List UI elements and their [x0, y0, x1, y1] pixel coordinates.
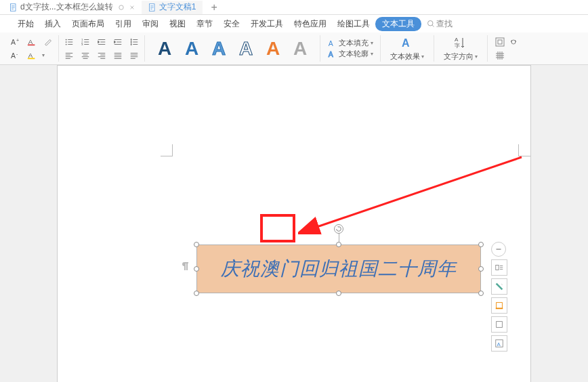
margin-button[interactable] — [495, 37, 505, 47]
menu-special[interactable]: 特色应用 — [289, 16, 332, 33]
text-direction-group: A字 文字方向▾ — [434, 35, 488, 62]
align-left-button[interactable] — [63, 49, 75, 62]
tab-doc-2[interactable]: 文字文稿1 — [142, 1, 203, 14]
font-size-group: A+ A A- A ▾ — [5, 35, 59, 62]
line-spacing-button[interactable] — [128, 36, 140, 48]
resize-handle-tc[interactable] — [336, 242, 341, 247]
ribbon-toolbar: A+ A A- A ▾ 123 A A A — [0, 33, 588, 65]
search-button[interactable]: 查找 — [427, 18, 453, 30]
align-distribute-button[interactable] — [128, 49, 140, 62]
highlight-button[interactable]: A — [26, 49, 38, 62]
text-effects-label: 文本效果 — [390, 51, 420, 62]
text-effects-group: A 文本效果▾ — [381, 35, 434, 62]
text-style-button[interactable]: A — [491, 335, 507, 352]
text-effects-button[interactable]: A 文本效果▾ — [385, 35, 429, 62]
menu-security[interactable]: 安全 — [218, 16, 245, 33]
wordart-styles-group: A A A A A A — [145, 35, 320, 62]
svg-point-14 — [66, 43, 67, 45]
clear-format-button[interactable] — [42, 36, 54, 48]
wordart-style-6[interactable]: A — [287, 36, 313, 62]
resize-handle-bc[interactable] — [336, 291, 341, 296]
menu-references[interactable]: 引用 — [110, 16, 137, 33]
numbering-button[interactable]: 123 — [79, 36, 91, 48]
svg-text:3: 3 — [81, 43, 83, 46]
text-fill-outline-group: A 文本填充 ▾ A 文本轮廓 ▾ — [320, 35, 381, 62]
text-fill-button[interactable]: A 文本填充 ▾ — [327, 38, 373, 48]
resize-handle-mr[interactable] — [478, 266, 484, 272]
font-color-button[interactable]: A — [26, 36, 38, 48]
resize-handle-tr[interactable] — [478, 242, 484, 247]
align-right-button[interactable] — [96, 49, 108, 62]
align-center-button[interactable] — [79, 49, 91, 62]
dropdown-icon: ▾ — [421, 54, 424, 60]
align-justify-button[interactable] — [112, 49, 124, 62]
svg-point-13 — [66, 41, 67, 43]
layout-options-button[interactable] — [491, 259, 507, 276]
textbox-selection[interactable]: 庆祝澳门回归祖国二十周年 — [196, 245, 481, 293]
menu-page-layout[interactable]: 页面布局 — [66, 16, 110, 33]
text-effects-icon: A — [400, 35, 415, 50]
document-tabs: d文字技...文本框怎么旋转 文字文稿1 + — [0, 0, 588, 15]
rotate-handle[interactable] — [334, 224, 343, 234]
wordart-style-4[interactable]: A — [233, 36, 259, 62]
menu-drawing-tools[interactable]: 绘图工具 — [332, 16, 375, 33]
resize-handle-ml[interactable] — [194, 266, 199, 272]
menu-review[interactable]: 审阅 — [137, 16, 164, 33]
link-button[interactable] — [508, 37, 519, 47]
close-icon[interactable] — [129, 5, 135, 10]
outline-button[interactable] — [491, 297, 507, 314]
doc-icon — [148, 3, 156, 12]
textbox[interactable]: 庆祝澳门回归祖国二十周年 — [196, 245, 481, 293]
text-fill-icon: A — [327, 39, 337, 48]
svg-rect-25 — [496, 266, 499, 270]
indent-decrease-button[interactable] — [96, 36, 108, 48]
sync-icon[interactable] — [119, 5, 124, 10]
new-tab-button[interactable]: + — [203, 1, 225, 14]
menu-text-tools[interactable]: 文本工具 — [375, 17, 421, 31]
bullets-button[interactable] — [63, 36, 75, 48]
text-direction-button[interactable]: A字 文字方向▾ — [438, 35, 483, 62]
search-icon — [427, 20, 435, 28]
text-direction-label: 文字方向 — [444, 51, 474, 62]
menu-insert[interactable]: 插入 — [39, 16, 66, 33]
tab-doc-1[interactable]: d文字技...文本框怎么旋转 — [3, 1, 142, 14]
shape-style-button[interactable] — [491, 316, 507, 333]
svg-text:A: A — [28, 51, 33, 58]
main-menu: 开始 插入 页面布局 引用 审阅 视图 章节 安全 开发工具 特色应用 绘图工具… — [0, 15, 588, 33]
font-shrink-button[interactable]: A- — [9, 49, 22, 62]
menu-developer[interactable]: 开发工具 — [245, 16, 289, 33]
svg-point-3 — [428, 21, 434, 26]
svg-text:A: A — [329, 49, 333, 58]
page[interactable]: 庆祝澳门回归祖国二十周年 A — [57, 65, 531, 382]
text-outline-button[interactable]: A 文本轮廓 ▾ — [327, 49, 373, 59]
dropdown-icon: ▾ — [371, 40, 373, 46]
paragraph-group: 123 — [59, 35, 145, 62]
menu-home[interactable]: 开始 — [12, 16, 39, 33]
svg-text:A: A — [497, 341, 501, 347]
svg-text:A: A — [329, 39, 333, 47]
resize-handle-tl[interactable] — [194, 242, 199, 247]
wordart-style-1[interactable]: A — [152, 36, 177, 62]
indent-increase-button[interactable] — [112, 36, 124, 48]
grid-button[interactable] — [495, 50, 505, 61]
fill-button[interactable] — [491, 278, 507, 295]
dropdown-icon[interactable]: ▾ — [42, 52, 45, 58]
tab-label: d文字技...文本框怎么旋转 — [20, 1, 113, 13]
font-grow-button[interactable]: A+ — [9, 36, 22, 48]
svg-text:+: + — [16, 38, 19, 43]
search-label: 查找 — [436, 18, 453, 30]
menu-chapter[interactable]: 章节 — [191, 16, 218, 33]
svg-rect-24 — [498, 40, 502, 44]
margin-corner — [518, 144, 530, 156]
wordart-style-5[interactable]: A — [260, 36, 286, 62]
resize-handle-br[interactable] — [478, 291, 484, 296]
wordart-style-2[interactable]: A — [179, 36, 205, 62]
wordart-style-3[interactable]: A — [206, 36, 232, 62]
resize-handle-bl[interactable] — [194, 291, 199, 296]
quick-format-tools: A — [491, 242, 507, 352]
collapse-button[interactable] — [491, 242, 506, 257]
menu-view[interactable]: 视图 — [164, 16, 191, 33]
svg-text:字: 字 — [455, 43, 460, 49]
svg-rect-7 — [28, 44, 35, 45]
svg-point-1 — [119, 5, 123, 9]
